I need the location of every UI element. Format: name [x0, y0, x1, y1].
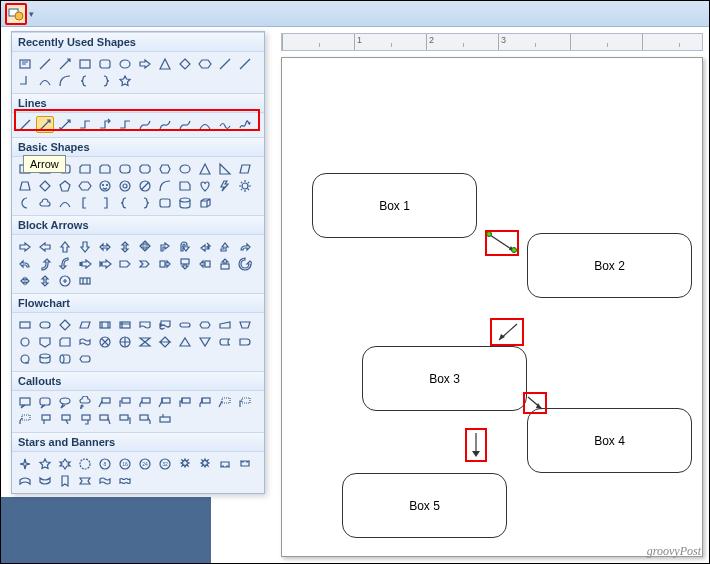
flow-manual-input-icon[interactable] [216, 316, 234, 333]
basic-tri-icon[interactable] [196, 160, 214, 177]
basic-snip2-icon[interactable] [96, 160, 114, 177]
star-16-icon[interactable]: 32 [156, 455, 174, 472]
basic-arc-icon[interactable] [156, 177, 174, 194]
basic-trap-icon[interactable] [16, 177, 34, 194]
arrow-callout-right-icon[interactable] [156, 255, 174, 272]
wave-icon[interactable] [96, 472, 114, 489]
arrow-leftright-icon[interactable] [96, 238, 114, 255]
basic-rbrace2-icon[interactable] [136, 194, 154, 211]
flow-internal-icon[interactable] [116, 316, 134, 333]
shape-rect-icon[interactable] [76, 55, 94, 72]
shape-box-1[interactable]: Box 1 [312, 173, 477, 238]
shape-textbox-icon[interactable] [16, 55, 34, 72]
shape-elbow-icon[interactable] [16, 72, 34, 89]
shape-arrow-line-icon[interactable] [56, 55, 74, 72]
basic-arc2-icon[interactable] [56, 194, 74, 211]
flow-sum-icon[interactable] [96, 333, 114, 350]
line-curved-arrow-icon[interactable] [156, 116, 174, 133]
basic-sun-icon[interactable] [236, 177, 254, 194]
callout-line3-icon[interactable] [136, 394, 154, 411]
star-6-icon[interactable] [56, 455, 74, 472]
arrow-down-icon[interactable] [76, 238, 94, 255]
arrow-curved-down-icon[interactable] [56, 255, 74, 272]
flow-decision-icon[interactable] [56, 316, 74, 333]
basic-noentry-icon[interactable] [136, 177, 154, 194]
basic-rtri-icon[interactable] [216, 160, 234, 177]
line-freeform-icon[interactable] [216, 116, 234, 133]
basic-moon-icon[interactable] [16, 194, 34, 211]
callout-line1-icon[interactable] [96, 394, 114, 411]
star-expl2-icon[interactable] [196, 455, 214, 472]
callout-b3-icon[interactable] [16, 411, 34, 428]
line-elbow-icon[interactable] [76, 116, 94, 133]
shape-lbrace-icon[interactable] [76, 72, 94, 89]
flow-or-icon[interactable] [116, 333, 134, 350]
flow-alt-icon[interactable] [36, 316, 54, 333]
callout-accent1-icon[interactable] [156, 394, 174, 411]
callout-b9-icon[interactable] [136, 411, 154, 428]
callout-rect-icon[interactable] [16, 394, 34, 411]
basic-heart-icon[interactable] [196, 177, 214, 194]
arrow-chevron-icon[interactable] [136, 255, 154, 272]
star-4-icon[interactable] [16, 455, 34, 472]
flow-seqstore-icon[interactable] [16, 350, 34, 367]
callout-b4-icon[interactable] [36, 411, 54, 428]
arrow-striped-icon[interactable] [76, 255, 94, 272]
arrow-curved-left-icon[interactable] [16, 255, 34, 272]
arrow-pentagon-icon[interactable] [116, 255, 134, 272]
basic-roundsnip-icon[interactable] [116, 160, 134, 177]
arrow-callout-up-icon[interactable] [216, 255, 234, 272]
shape-box-3[interactable]: Box 3 [362, 346, 527, 411]
ribbon-horiz-icon[interactable] [76, 472, 94, 489]
line-arrow-icon[interactable] [36, 116, 54, 133]
arrow-misc2-icon[interactable] [36, 272, 54, 289]
basic-smiley-icon[interactable] [96, 177, 114, 194]
shape-hexagon-icon[interactable] [196, 55, 214, 72]
arrow-curved-right-icon[interactable] [236, 238, 254, 255]
callout-b7-icon[interactable] [96, 411, 114, 428]
arrow-leftup-icon[interactable] [196, 238, 214, 255]
insert-shapes-button[interactable] [5, 3, 27, 25]
line-elbow-double-icon[interactable] [116, 116, 134, 133]
flow-sort-icon[interactable] [156, 333, 174, 350]
star-5-icon[interactable] [36, 455, 54, 472]
arrow-callout-left-icon[interactable] [196, 255, 214, 272]
basic-lbrace2-icon[interactable] [116, 194, 134, 211]
basic-cube-icon[interactable] [196, 194, 214, 211]
star-12-icon[interactable]: 24 [136, 455, 154, 472]
shape-oval-icon[interactable] [116, 55, 134, 72]
star-8-icon[interactable]: 8 [96, 455, 114, 472]
callout-line2-icon[interactable] [116, 394, 134, 411]
basic-rbracket-icon[interactable] [96, 194, 114, 211]
callout-b8-icon[interactable] [116, 411, 134, 428]
ribbon-vert-icon[interactable] [56, 472, 74, 489]
callout-b6-icon[interactable] [76, 411, 94, 428]
shape-round-rect-icon[interactable] [96, 55, 114, 72]
arrow-up-icon[interactable] [56, 238, 74, 255]
arrow-misc3-icon[interactable] [56, 272, 74, 289]
flow-offpage-icon[interactable] [36, 333, 54, 350]
line-straight-icon[interactable] [16, 116, 34, 133]
double-wave-icon[interactable] [116, 472, 134, 489]
flow-delay-icon[interactable] [236, 333, 254, 350]
shape-line2-icon[interactable] [216, 55, 234, 72]
ribbon-curved-down-icon[interactable] [36, 472, 54, 489]
callout-b10-icon[interactable] [156, 411, 174, 428]
arrow-left-icon[interactable] [36, 238, 54, 255]
shape-box-4[interactable]: Box 4 [527, 408, 692, 473]
flow-manual-op-icon[interactable] [236, 316, 254, 333]
callout-cloud-icon[interactable] [76, 394, 94, 411]
star-10-icon[interactable]: 16 [116, 455, 134, 472]
line-curved-icon[interactable] [136, 116, 154, 133]
flow-direct-icon[interactable] [56, 350, 74, 367]
flow-terminator-icon[interactable] [176, 316, 194, 333]
flow-merge-icon[interactable] [196, 333, 214, 350]
arrow-curved-up-icon[interactable] [36, 255, 54, 272]
arrow-updown-icon[interactable] [116, 238, 134, 255]
line-scribble-icon[interactable] [236, 116, 254, 133]
line-elbow-arrow-icon[interactable] [96, 116, 114, 133]
callout-accent2-icon[interactable] [176, 394, 194, 411]
flow-tape-icon[interactable] [76, 333, 94, 350]
flow-connector-icon[interactable] [16, 333, 34, 350]
flow-doc-icon[interactable] [136, 316, 154, 333]
